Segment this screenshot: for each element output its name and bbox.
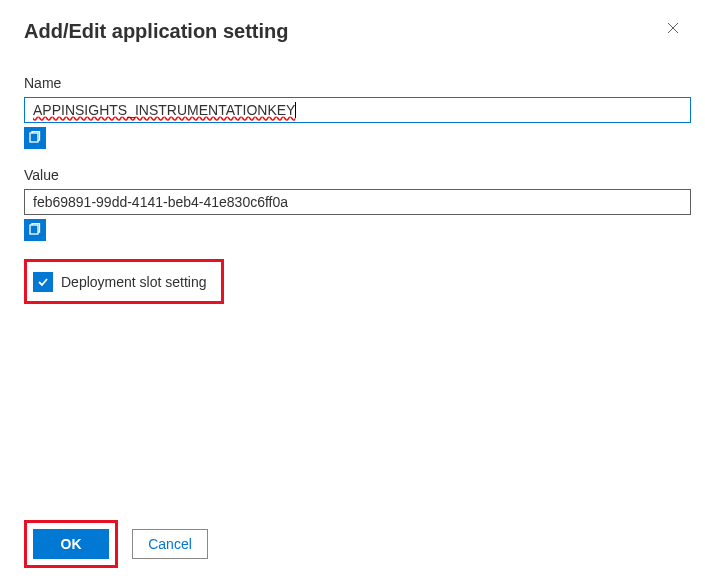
deployment-slot-highlight: Deployment slot setting (24, 259, 224, 304)
copy-value-button[interactable] (24, 219, 46, 241)
deployment-slot-checkbox[interactable] (33, 272, 53, 292)
close-button[interactable] (665, 20, 681, 36)
svg-rect-3 (30, 225, 38, 234)
ok-button-highlight: OK (24, 520, 118, 568)
copy-name-button[interactable] (24, 127, 46, 149)
svg-rect-2 (30, 133, 38, 142)
footer-buttons: OK Cancel (24, 520, 208, 568)
deployment-slot-label: Deployment slot setting (61, 274, 207, 290)
value-label: Value (24, 167, 681, 183)
checkmark-icon (36, 275, 50, 289)
cancel-button[interactable]: Cancel (132, 529, 208, 559)
value-field-group: Value (24, 167, 681, 241)
close-icon (667, 22, 679, 34)
value-input[interactable] (24, 189, 691, 215)
name-field-group: Name APPINSIGHTS_INSTRUMENTATIONKEY (24, 75, 681, 149)
copy-icon (28, 131, 42, 145)
copy-icon (28, 223, 42, 237)
panel-title: Add/Edit application setting (24, 20, 288, 43)
name-input[interactable]: APPINSIGHTS_INSTRUMENTATIONKEY (24, 97, 691, 123)
text-caret (295, 102, 296, 118)
name-input-value: APPINSIGHTS_INSTRUMENTATIONKEY (33, 102, 295, 118)
name-label: Name (24, 75, 681, 91)
ok-button[interactable]: OK (33, 529, 109, 559)
deployment-slot-checkbox-row[interactable]: Deployment slot setting (33, 266, 215, 297)
